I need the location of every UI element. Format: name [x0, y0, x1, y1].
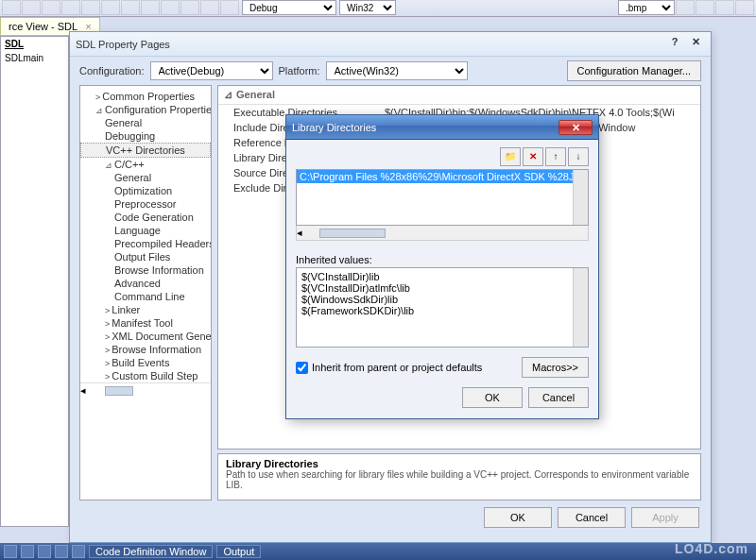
- tree-item[interactable]: >Common Properties: [80, 90, 211, 103]
- tree-item[interactable]: >Manifest Tool: [80, 316, 211, 330]
- dialog-titlebar[interactable]: SDL Property Pages ? ✕: [70, 32, 711, 57]
- tree-item[interactable]: Preprocessor: [80, 197, 211, 211]
- selected-path[interactable]: C:\Program Files %28x86%29\Microsoft Dir…: [297, 170, 588, 183]
- toolbar-icon[interactable]: [200, 0, 219, 15]
- toolbar-icon[interactable]: [101, 0, 120, 15]
- tree-item[interactable]: >Build Events: [80, 356, 211, 369]
- library-directories-dialog: Library Directories ✕ 📁 ✕ ↑ ↓ C:\Program…: [285, 114, 599, 419]
- output-tab[interactable]: Output: [216, 545, 261, 558]
- tree-item[interactable]: Precompiled Headers: [80, 237, 211, 250]
- tree-item[interactable]: Language: [80, 224, 211, 237]
- panel-icon[interactable]: [4, 545, 17, 558]
- platform-label: Platform:: [279, 65, 320, 76]
- tree-item[interactable]: Code Generation: [80, 211, 211, 224]
- toolbar-icon[interactable]: [161, 0, 180, 15]
- tree-item[interactable]: General: [80, 116, 211, 129]
- toolbar-icon[interactable]: [676, 0, 695, 15]
- toolbar-icon[interactable]: [121, 0, 140, 15]
- tree-item[interactable]: SDL: [1, 37, 68, 51]
- close-icon[interactable]: ✕: [558, 120, 593, 135]
- inherited-value: $(VCInstallDir)lib: [301, 271, 583, 282]
- toolbar-icon[interactable]: [715, 0, 734, 15]
- tree-item[interactable]: ⊿Configuration Properties: [80, 103, 211, 116]
- panel-icon[interactable]: [38, 545, 51, 558]
- inherited-value: $(WindowsSdkDir)lib: [301, 294, 583, 305]
- toolbar-icon[interactable]: [22, 0, 41, 15]
- platform-select[interactable]: Active(Win32): [326, 61, 468, 80]
- config-select[interactable]: Active(Debug): [150, 61, 273, 80]
- move-down-button[interactable]: ↓: [568, 147, 589, 166]
- scroll-thumb[interactable]: [319, 229, 386, 238]
- tree-item[interactable]: General: [80, 171, 211, 184]
- list-toolbar: 📁 ✕ ↑ ↓: [296, 147, 589, 166]
- toolbar-icon[interactable]: [141, 0, 160, 15]
- panel-icon[interactable]: [55, 545, 68, 558]
- vertical-scrollbar[interactable]: [573, 268, 588, 347]
- directories-listbox[interactable]: C:\Program Files %28x86%29\Microsoft Dir…: [296, 169, 589, 226]
- dialog-title: SDL Property Pages: [76, 39, 170, 50]
- cancel-button[interactable]: Cancel: [528, 387, 589, 408]
- platform-dropdown[interactable]: Win32: [339, 0, 396, 15]
- close-icon[interactable]: ✕: [686, 36, 705, 53]
- inherited-value: $(FrameworkSDKDir)\lib: [301, 305, 583, 316]
- ok-button[interactable]: OK: [462, 387, 523, 408]
- horizontal-scrollbar[interactable]: ◂: [296, 226, 589, 241]
- inherit-label[interactable]: Inherit from parent or project defaults: [312, 362, 482, 373]
- new-folder-button[interactable]: 📁: [500, 147, 521, 166]
- toolbar-icon[interactable]: [220, 0, 239, 15]
- macros-button[interactable]: Macros>>: [522, 357, 589, 378]
- tree-item[interactable]: Browse Information: [80, 263, 211, 277]
- help-icon[interactable]: ?: [665, 36, 684, 53]
- tree-item[interactable]: Optimization: [80, 184, 211, 197]
- tree-item[interactable]: Debugging: [80, 129, 211, 143]
- dialog-titlebar[interactable]: Library Directories ✕: [286, 115, 598, 140]
- toolbar-icon[interactable]: [180, 0, 199, 15]
- toolbar-icon[interactable]: [696, 0, 714, 15]
- panel-icon[interactable]: [21, 545, 34, 558]
- tree-item[interactable]: >Custom Build Step: [80, 369, 211, 382]
- inherited-value: $(VCInstallDir)atlmfc\lib: [301, 282, 583, 294]
- config-dropdown[interactable]: Debug: [242, 0, 336, 15]
- tree-item[interactable]: Advanced: [80, 277, 211, 290]
- inherited-listbox: $(VCInstallDir)lib$(VCInstallDir)atlmfc\…: [296, 267, 589, 348]
- resource-view-panel: SDL SDLmain: [0, 36, 69, 527]
- config-manager-button[interactable]: Configuration Manager...: [567, 60, 701, 81]
- inherit-checkbox[interactable]: [296, 362, 308, 374]
- grid-header[interactable]: ⊿General: [218, 86, 700, 105]
- ok-button[interactable]: OK: [484, 507, 552, 528]
- tree-item[interactable]: VC++ Directories: [80, 143, 211, 158]
- watermark: LO4D.com: [675, 541, 748, 556]
- tree-item[interactable]: >XML Document Generator: [80, 330, 211, 343]
- property-tree[interactable]: >Common Properties⊿Configuration Propert…: [79, 85, 212, 501]
- config-label: Configuration:: [79, 65, 145, 76]
- bottom-panel-tabs: Code Definition Window Output: [0, 543, 756, 560]
- move-up-button[interactable]: ↑: [545, 147, 566, 166]
- tree-item[interactable]: >Linker: [80, 303, 211, 316]
- tree-item[interactable]: ⊿C/C++: [80, 158, 211, 171]
- inherited-label: Inherited values:: [296, 254, 589, 265]
- desc-body: Path to use when searching for library f…: [226, 469, 693, 490]
- horizontal-scrollbar[interactable]: ◂: [80, 382, 211, 398]
- panel-icon[interactable]: [72, 545, 85, 558]
- property-description: Library Directories Path to use when sea…: [217, 453, 701, 501]
- desc-title: Library Directories: [226, 458, 693, 469]
- tree-item[interactable]: SDLmain: [1, 51, 68, 65]
- toolbar-icon[interactable]: [61, 0, 80, 15]
- toolbar-icon[interactable]: [81, 0, 100, 15]
- tree-item[interactable]: Command Line: [80, 290, 211, 303]
- dialog-footer: OK Cancel Apply: [70, 501, 711, 535]
- delete-button[interactable]: ✕: [523, 147, 543, 166]
- tree-item[interactable]: Output Files: [80, 250, 211, 263]
- filetype-dropdown[interactable]: .bmp: [618, 0, 675, 15]
- config-toolbar: Configuration: Active(Debug) Platform: A…: [70, 57, 711, 85]
- vertical-scrollbar[interactable]: [573, 170, 588, 225]
- code-definition-tab[interactable]: Code Definition Window: [89, 545, 213, 558]
- cancel-button[interactable]: Cancel: [558, 507, 626, 528]
- toolbar-icon[interactable]: [735, 0, 754, 15]
- toolbar-icon[interactable]: [42, 0, 60, 15]
- apply-button[interactable]: Apply: [631, 507, 699, 528]
- tree-item[interactable]: >Browse Information: [80, 343, 211, 356]
- tab-label: rce View - SDL: [9, 21, 77, 32]
- toolbar-icon[interactable]: [2, 0, 21, 15]
- dialog-title: Library Directories: [292, 122, 376, 133]
